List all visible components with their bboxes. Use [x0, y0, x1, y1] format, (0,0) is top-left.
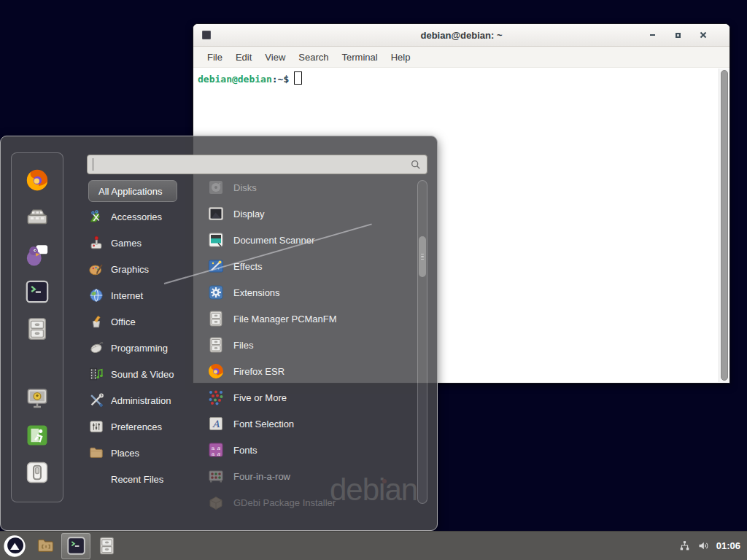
network-icon[interactable] [678, 540, 691, 552]
close-button[interactable] [699, 31, 708, 39]
extensions-icon [207, 284, 225, 301]
app-label: Font Selection [233, 419, 294, 429]
category-recent-files[interactable]: Recent Files [88, 466, 206, 492]
all-applications-button[interactable]: All Applications [88, 180, 177, 202]
app-document-scanner[interactable]: Document Scanner [207, 227, 414, 253]
terminal-cursor [294, 71, 302, 85]
app-four-in-a-row[interactable]: Four-in-a-row [207, 463, 414, 489]
favorite-logout[interactable] [25, 423, 50, 448]
favorite-pidgin[interactable] [25, 242, 50, 267]
pidgin-icon [25, 242, 50, 267]
shutdown-icon [25, 460, 50, 485]
app-fonts[interactable]: aaaaFonts [207, 437, 414, 463]
app-label: GDebi Package Installer [233, 497, 336, 508]
terminal-menu-view[interactable]: View [258, 52, 292, 63]
fonts-icon: aaaa [207, 441, 225, 459]
desktop: debian debian@debian: ~ FileEditViewSear… [0, 0, 747, 560]
app-label: Disks [233, 182, 257, 193]
taskbar-left [0, 532, 122, 560]
files-window-button[interactable] [92, 533, 121, 559]
application-menu: All Applications AccessoriesGamesGraphic… [0, 136, 438, 531]
category-programming[interactable]: Programming [88, 335, 206, 361]
svg-text:A: A [212, 419, 220, 429]
app-file-manager-pcmanfm[interactable]: File Manager PCManFM [207, 306, 414, 332]
category-administration[interactable]: Administration [88, 387, 206, 413]
menu-scrollbar-handle[interactable] [419, 236, 426, 277]
category-list: AccessoriesGamesGraphicsInternetOfficePr… [88, 203, 206, 492]
terminal-window-button[interactable] [61, 533, 90, 559]
category-graphics[interactable]: Graphics [88, 256, 206, 282]
category-accessories[interactable]: Accessories [88, 203, 206, 230]
terminal-menu-file[interactable]: File [201, 52, 229, 63]
terminal-scrollbar[interactable] [719, 69, 729, 382]
favorite-terminal-app[interactable] [25, 279, 50, 304]
favorite-firefox[interactable] [25, 168, 50, 192]
programming-icon [88, 340, 104, 356]
app-label: Display [233, 209, 265, 219]
app-font-selection[interactable]: AFont Selection [207, 411, 414, 437]
terminal-app-icon [66, 536, 86, 556]
system-tray: 01:06 [678, 540, 740, 552]
category-places[interactable]: Places [88, 440, 206, 466]
terminal-menu-search[interactable]: Search [292, 52, 335, 63]
volume-icon[interactable] [697, 540, 710, 552]
terminal-scrollbar-handle[interactable] [721, 70, 728, 381]
menu-search-box[interactable] [87, 155, 427, 174]
menu-scrollbar[interactable] [417, 180, 427, 504]
terminal-menu-terminal[interactable]: Terminal [336, 52, 384, 63]
prompt-user-host: debian@debian [198, 74, 272, 85]
app-effects[interactable]: Effects [207, 253, 414, 279]
file-cabinet-icon [207, 310, 225, 327]
maximize-button[interactable] [673, 31, 682, 39]
app-label: Fonts [233, 445, 258, 456]
svg-text:a: a [217, 451, 220, 457]
administration-icon [88, 392, 104, 408]
category-label: Internet [111, 290, 143, 301]
terminal-titlebar[interactable]: debian@debian: ~ [193, 24, 729, 47]
logout-icon [25, 423, 50, 448]
app-label: Firefox ESR [233, 366, 285, 377]
four-in-a-row-icon [207, 467, 225, 485]
document-scanner-icon [207, 231, 225, 249]
category-games[interactable]: Games [88, 230, 206, 256]
terminal-prompt: debian@debian:~$ [193, 68, 729, 85]
category-preferences[interactable]: Preferences [88, 413, 206, 440]
minimize-button[interactable] [648, 31, 657, 39]
favorite-software-manager[interactable] [25, 205, 50, 230]
application-list: DisksDisplayDocument ScannerEffectsExten… [207, 174, 414, 516]
category-label: Administration [111, 395, 171, 406]
app-display[interactable]: Display [207, 201, 414, 227]
graphics-icon [88, 261, 104, 277]
display-icon [207, 205, 225, 222]
office-icon [88, 314, 104, 330]
menu-button[interactable] [3, 534, 26, 558]
file-cabinet-icon [207, 336, 225, 354]
category-internet[interactable]: Internet [88, 282, 206, 308]
favorites-panel [11, 152, 63, 502]
app-five-or-more[interactable]: Five or More [207, 384, 414, 411]
app-label: Four-in-a-row [233, 471, 290, 482]
terminal-menu-help[interactable]: Help [384, 52, 417, 63]
firefox-icon [207, 362, 225, 380]
places-folder-icon [88, 445, 104, 461]
terminal-menu-edit[interactable]: Edit [229, 52, 258, 63]
prompt-suffix: :~$ [272, 74, 289, 85]
firefox-icon [25, 168, 50, 192]
category-office[interactable]: Office [88, 308, 206, 335]
app-extensions[interactable]: Extensions [207, 279, 414, 306]
category-label: Accessories [111, 211, 162, 222]
svg-text:a: a [212, 451, 215, 457]
search-input[interactable] [93, 158, 410, 171]
favorite-screensaver[interactable] [25, 386, 50, 411]
file-manager-window-button[interactable] [31, 533, 60, 559]
favorite-shutdown[interactable] [25, 460, 50, 485]
app-gdebi-package-installer[interactable]: GDebi Package Installer [207, 489, 414, 516]
category-sound-video[interactable]: Sound & Video [88, 361, 206, 387]
terminal-app-icon [25, 279, 50, 304]
app-files[interactable]: Files [207, 332, 414, 358]
app-firefox-esr[interactable]: Firefox ESR [207, 358, 414, 384]
favorite-file-cabinet[interactable] [25, 316, 50, 341]
preferences-icon [88, 419, 104, 435]
taskbar: 01:06 [0, 531, 747, 560]
app-disks[interactable]: Disks [207, 174, 414, 201]
